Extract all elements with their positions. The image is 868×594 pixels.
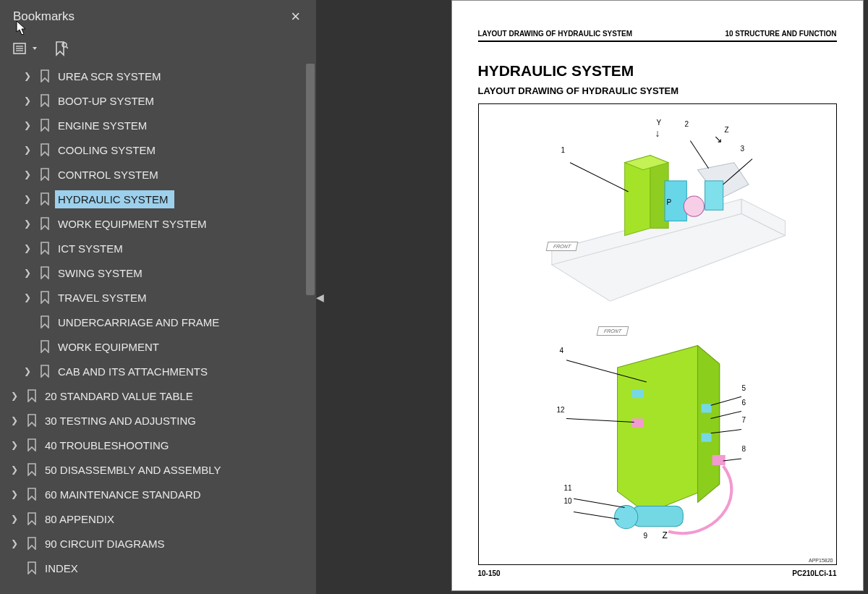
bookmark-label: 60 MAINTENANCE STANDARD xyxy=(42,485,207,504)
bookmark-item[interactable]: ❯BOOT-UP SYSTEM xyxy=(0,88,312,113)
bookmark-label: COOLING SYSTEM xyxy=(55,141,161,159)
bookmarks-panel: Bookmarks × ❯UREA SCR SYSTEM❯BOOT-UP SYS… xyxy=(0,0,316,594)
bookmarks-title: Bookmarks xyxy=(13,9,285,24)
bookmarks-header: Bookmarks × xyxy=(0,0,316,33)
chevron-right-icon[interactable]: ❯ xyxy=(7,391,22,401)
bookmark-item[interactable]: UNDERCARRIAGE AND FRAME xyxy=(0,310,312,334)
scrollbar-thumb[interactable] xyxy=(306,64,315,295)
bookmark-icon xyxy=(35,291,55,304)
bookmark-icon xyxy=(35,365,55,378)
chevron-right-icon[interactable]: ❯ xyxy=(20,194,35,204)
chevron-right-icon[interactable]: ❯ xyxy=(20,169,35,179)
page-header-left: LAYOUT DRAWING OF HYDRAULIC SYSTEM xyxy=(478,30,633,38)
callout-P: P xyxy=(667,198,672,206)
bookmark-icon xyxy=(35,315,55,328)
model-number: PC210LCi-11 xyxy=(792,569,836,577)
scrollbar-track[interactable] xyxy=(306,64,315,594)
svg-line-17 xyxy=(690,140,708,168)
bookmark-icon xyxy=(35,143,55,156)
bookmark-label: TRAVEL SYSTEM xyxy=(55,289,153,307)
svg-point-13 xyxy=(684,196,704,216)
find-bookmark-icon[interactable] xyxy=(54,41,68,56)
panel-collapse-handle[interactable]: ◀ xyxy=(316,292,324,303)
bookmark-label: BOOT-UP SYSTEM xyxy=(55,92,160,110)
chevron-right-icon[interactable]: ❯ xyxy=(20,218,35,229)
bookmark-item[interactable]: ❯CAB AND ITS ATTACHMENTS xyxy=(0,359,312,383)
bookmark-label: 50 DISASSEMBLY AND ASSEMBLY xyxy=(42,461,226,479)
callout-1: 1 xyxy=(561,146,566,154)
chevron-right-icon[interactable]: ❯ xyxy=(7,489,22,499)
bookmark-item[interactable]: ❯80 APPENDIX xyxy=(0,506,312,531)
chevron-right-icon[interactable]: ❯ xyxy=(7,464,22,475)
bookmark-label: UREA SCR SYSTEM xyxy=(55,67,167,85)
page-running-header: LAYOUT DRAWING OF HYDRAULIC SYSTEM 10 ST… xyxy=(478,30,837,42)
svg-point-27 xyxy=(614,505,637,528)
bookmark-item[interactable]: ❯WORK EQUIPMENT SYSTEM xyxy=(0,211,312,236)
chevron-right-icon[interactable]: ❯ xyxy=(7,440,22,450)
page-number: 10-150 xyxy=(478,569,501,577)
bookmark-icon xyxy=(22,463,42,476)
svg-line-5 xyxy=(66,46,68,48)
bookmark-label: 80 APPENDIX xyxy=(42,510,120,528)
arrow-down-icon: ↓ xyxy=(655,127,660,139)
chevron-right-icon[interactable]: ❯ xyxy=(7,415,22,425)
callout-4: 4 xyxy=(560,347,564,355)
bookmark-label: ICT SYSTEM xyxy=(55,239,129,258)
chevron-right-icon[interactable]: ❯ xyxy=(20,243,35,253)
bookmark-item[interactable]: INDEX xyxy=(0,556,312,580)
chevron-right-icon[interactable]: ❯ xyxy=(20,71,35,81)
bookmark-item[interactable]: ❯TRAVEL SYSTEM xyxy=(0,285,312,310)
bookmarks-tree-scroll[interactable]: ❯UREA SCR SYSTEM❯BOOT-UP SYSTEM❯ENGINE S… xyxy=(0,64,316,594)
svg-rect-15 xyxy=(705,181,723,210)
chevron-right-icon[interactable]: ❯ xyxy=(7,538,22,548)
chevron-right-icon[interactable]: ❯ xyxy=(20,120,35,130)
bookmark-item[interactable]: ❯ENGINE SYSTEM xyxy=(0,113,312,137)
bookmark-icon xyxy=(22,414,42,427)
bookmark-item[interactable]: ❯CONTROL SYSTEM xyxy=(0,162,312,187)
svg-line-16 xyxy=(570,163,629,192)
bookmark-icon xyxy=(22,438,42,451)
svg-rect-24 xyxy=(701,433,711,441)
bookmark-item[interactable]: ❯20 STANDARD VALUE TABLE xyxy=(0,383,312,408)
chevron-right-icon[interactable]: ❯ xyxy=(20,145,35,155)
front-badge: FRONT xyxy=(545,242,578,251)
bookmark-icon xyxy=(35,69,55,82)
svg-rect-22 xyxy=(631,418,643,427)
svg-rect-21 xyxy=(631,389,643,398)
close-icon[interactable]: × xyxy=(285,4,306,29)
bookmark-icon xyxy=(22,488,42,501)
bookmark-item[interactable]: ❯HYDRAULIC SYSTEM xyxy=(0,187,312,211)
callout-8: 8 xyxy=(742,445,746,453)
chevron-right-icon[interactable]: ❯ xyxy=(20,366,35,376)
bookmark-icon xyxy=(22,512,42,525)
bookmark-item[interactable]: ❯SWING SYSTEM xyxy=(0,260,312,285)
chevron-right-icon[interactable]: ❯ xyxy=(20,292,35,302)
bookmark-item[interactable]: ❯30 TESTING AND ADJUSTING xyxy=(0,408,312,433)
page-footer: 10-150 PC210LCi-11 xyxy=(478,569,837,577)
chevron-right-icon[interactable]: ❯ xyxy=(7,514,22,524)
bookmark-item[interactable]: ❯COOLING SYSTEM xyxy=(0,137,312,162)
bookmark-item[interactable]: WORK EQUIPMENT xyxy=(0,334,312,359)
callout-Z: Z xyxy=(725,126,729,134)
chevron-right-icon[interactable]: ❯ xyxy=(20,268,35,278)
svg-rect-23 xyxy=(701,404,711,412)
figure-box: 1 Y ↓ 2 Z ↘ 3 P FRONT xyxy=(478,103,837,565)
bookmark-item[interactable]: ❯ICT SYSTEM xyxy=(0,236,312,260)
bookmark-item[interactable]: ❯90 CIRCUIT DIAGRAMS xyxy=(0,531,312,556)
callout-7: 7 xyxy=(742,416,746,424)
bookmark-label: UNDERCARRIAGE AND FRAME xyxy=(55,313,225,331)
bookmark-label: 20 STANDARD VALUE TABLE xyxy=(42,387,199,405)
bookmark-icon xyxy=(22,389,42,402)
bookmark-item[interactable]: ❯40 TROUBLESHOOTING xyxy=(0,433,312,457)
bookmark-item[interactable]: ❯50 DISASSEMBLY AND ASSEMBLY xyxy=(0,457,312,482)
bookmark-item[interactable]: ❯UREA SCR SYSTEM xyxy=(0,64,312,88)
bookmark-item[interactable]: ❯60 MAINTENANCE STANDARD xyxy=(0,482,312,506)
bookmarks-toolbar xyxy=(0,33,316,64)
document-viewport[interactable]: LAYOUT DRAWING OF HYDRAULIC SYSTEM 10 ST… xyxy=(316,0,868,594)
arrow-down-icon: ↘ xyxy=(714,133,723,145)
bookmark-icon xyxy=(35,217,55,230)
bookmark-label: HYDRAULIC SYSTEM xyxy=(55,190,174,208)
options-icon[interactable] xyxy=(13,41,38,56)
chevron-right-icon[interactable]: ❯ xyxy=(20,96,35,106)
callout-6: 6 xyxy=(742,399,746,407)
